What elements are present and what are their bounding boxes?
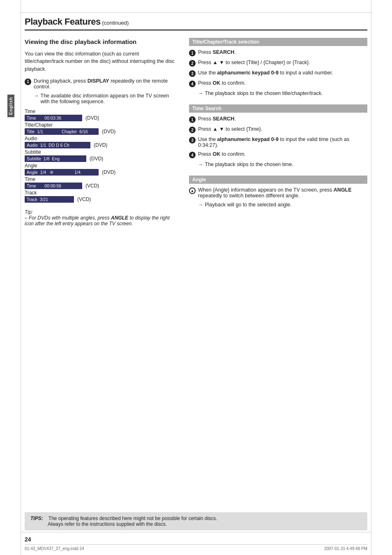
time-search-box: Time Search 1 Press SEARCH. 2 Press ▲ ▼ … [189,104,367,167]
disc-label-track: (VCD) [77,197,91,202]
display-label-audio: Audio [25,136,177,141]
ts-step-4-arrow-text: The playback skips to the chosen time. [205,162,293,167]
display-bar-titlechapter: Title 1/1Chapter 6/16 [25,128,99,135]
display-bar-time1: Time00:03:36 [25,115,82,121]
title-chapter-track-box-title: Title/Chapter/Track selection [189,38,367,46]
step-1-content: During playback, press DISPLAY repeatedl… [34,78,177,90]
step-1-arrow: → The available disc information appears… [34,93,177,104]
ts-arrow-symbol: → [198,162,203,167]
tips-text: The operating features described here mi… [48,516,217,521]
tct-step-4-arrow-text: The playback skips to the chosen title/c… [205,90,323,96]
tct-step-1-text: Press SEARCH. [198,49,367,55]
display-row-titlechapter: Title/Chapter Title 1/1Chapter 6/16 (DVD… [25,122,177,135]
angle-box-title: Angle [189,176,367,184]
tct-step-3-text: Use the alphanumeric keypad 0-9 to input… [198,70,367,76]
tips-label: TIPS: [30,516,43,521]
display-row-subtitle: Subtitle Subtitle 1/8 Eng (DVD) [25,149,177,162]
tct-step-4-arrow: → The playback skips to the chosen title… [198,90,367,96]
display-row-track: Track Track 3/21 (VCD) [25,190,177,203]
display-bar-audio: Audio 1/1 DD D 6 Ch [25,142,90,148]
title-chapter-track-box: Title/Chapter/Track selection 1 Press SE… [189,38,367,96]
tct-step-3: 3 Use the alphanumeric keypad 0-9 to inp… [189,70,367,77]
page-title: Playback Features [25,16,101,27]
tct-step-4: 4 Press OK to confirm. [189,80,367,87]
display-bar-subtitle: Subtitle 1/8 Eng [25,155,86,162]
ts-step-3-num: 3 [189,137,196,143]
ts-step-1-num: 1 [189,116,196,123]
ts-step-4-text: Press OK to confirm. [198,151,367,157]
footer-file-info: 01-43_MDV437_37_eng.indd 24 2007-01-31 4… [25,544,367,551]
display-row-angle: Angle Angle 1/4 ⊞ 1/4 (DVD) [25,163,177,176]
footer-file-left: 01-43_MDV437_37_eng.indd 24 [25,546,84,551]
angle-bullet-text: When {Angle} information appears on the … [198,187,367,199]
ts-step-1-text: Press SEARCH. [198,116,367,122]
ts-step-3: 3 Use the alphanumeric keypad 0-9 to inp… [189,136,367,148]
disc-label-time1: (DVD) [85,115,99,121]
display-label-track: Track [25,190,177,196]
footer-file-right: 2007-01-31 4:49:48 PM [324,546,367,551]
display-label-titlechapter: Title/Chapter [25,122,177,128]
right-column: Title/Chapter/Track selection 1 Press SE… [189,38,367,227]
display-bar-time2: Time00:00:56 [25,183,82,189]
disc-label-audio: (DVD) [94,142,107,148]
page-number: 24 [25,536,31,543]
angle-arrow: → Playback will go to the selected angle… [198,202,367,208]
ts-step-4-num: 4 [189,152,196,158]
ts-step-2-text: Press ▲ ▼ to select {Time}. [198,126,367,132]
tct-step-2-text: Press ▲ ▼ to select {Title} / {Chapter} … [198,60,367,65]
time-search-box-title: Time Search [189,104,367,113]
ts-step-3-text: Use the alphanumeric keypad 0-9 to input… [198,136,367,148]
tips-text2: Always refer to the instructions supplie… [48,521,167,527]
border-top [21,12,371,13]
sidebar-language-label: English [7,95,14,117]
border-right [371,0,371,555]
page-container: English Playback Features (continued) Vi… [0,0,392,555]
angle-bullet-symbol: ● [189,187,196,194]
left-section-body: You can view the disc information (such … [25,50,177,73]
display-info-list: Time Time00:03:36 (DVD) Title/Chapter Ti… [25,109,177,203]
content-columns: Viewing the disc playback information Yo… [25,38,367,227]
tip-text: – For DVDs with multiple angles, press A… [25,215,170,227]
display-row-time2: Time Time00:00:56 (VCD) [25,176,177,189]
disc-label-subtitle: (DVD) [90,156,103,162]
step-1-number: 1 [25,79,31,85]
left-column: Viewing the disc playback information Yo… [25,38,177,227]
tct-step-2: 2 Press ▲ ▼ to select {Title} / {Chapter… [189,60,367,67]
step-1-arrow-text: The available disc information appears o… [41,93,177,104]
disc-label-titlechapter: (DVD) [102,129,115,134]
left-section-heading: Viewing the disc playback information [25,38,177,46]
ts-step-1: 1 Press SEARCH. [189,116,367,123]
angle-arrow-symbol: → [198,202,203,208]
display-bar-track: Track 3/21 [25,196,74,203]
tip-section: Tip: – For DVDs with multiple angles, pr… [25,209,177,227]
ts-step-4: 4 Press OK to confirm. [189,151,367,158]
disc-label-time2: (VCD) [85,183,99,189]
step-1: 1 During playback, press DISPLAY repeate… [25,78,177,90]
angle-bullet: ● When {Angle} information appears on th… [189,187,367,199]
tip-label: Tip: [25,209,33,215]
ts-step-2-num: 2 [189,127,196,133]
tips-footer: TIPS: The operating features described h… [25,512,367,530]
tct-step-4-text: Press OK to confirm. [198,80,367,86]
display-row-time1: Time Time00:03:36 (DVD) [25,109,177,121]
disc-label-angle: (DVD) [102,169,115,175]
tct-arrow-symbol: → [198,90,203,96]
tct-step-2-num: 2 [189,60,196,67]
display-label-angle: Angle [25,163,177,169]
tct-step-3-num: 3 [189,70,196,77]
border-left [21,0,21,555]
display-bar-angle: Angle 1/4 ⊞ 1/4 [25,169,99,176]
display-label-subtitle: Subtitle [25,149,177,155]
page-title-continued: (continued) [102,20,129,26]
page-header: Playback Features (continued) [25,16,367,30]
display-row-audio: Audio Audio 1/1 DD D 6 Ch (DVD) [25,136,177,148]
display-label-time2: Time [25,176,177,182]
border-bottom [21,532,371,532]
tct-step-1-num: 1 [189,50,196,56]
arrow-symbol: → [34,93,39,99]
display-label-time1: Time [25,109,177,114]
tct-step-4-num: 4 [189,81,196,87]
ts-step-2: 2 Press ▲ ▼ to select {Time}. [189,126,367,133]
angle-arrow-text: Playback will go to the selected angle. [205,202,292,208]
angle-box: Angle ● When {Angle} information appears… [189,176,367,208]
